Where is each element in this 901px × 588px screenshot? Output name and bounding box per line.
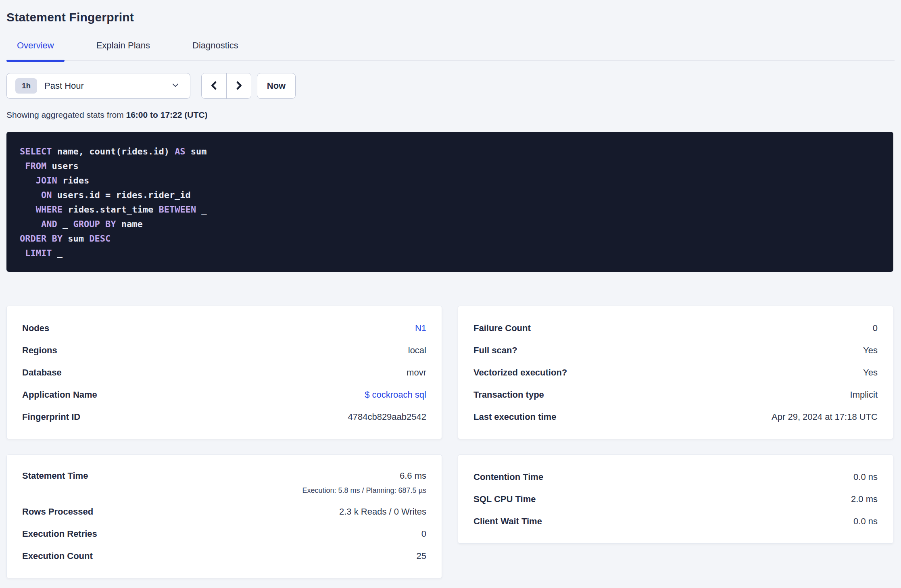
stat-value-wrap: Implicit [850,390,878,400]
stat-value-wrap: 2.3 k Reads / 0 Writes [339,507,426,517]
stat-label: Failure Count [473,323,531,334]
stat-label: Execution Retries [22,529,97,539]
caption-time-range: 16:00 to 17:22 (UTC) [126,110,208,119]
stat-label: Regions [22,345,57,356]
stat-value: Implicit [850,390,878,400]
stat-row-execution-count: Execution Count25 [22,545,426,567]
sql-text: sum [63,234,89,244]
sql-keyword: FROM [25,161,46,171]
sql-line: AND _ GROUP BY name [20,217,880,231]
sql-keyword: AS [175,146,186,156]
stat-row-sql-cpu-time: SQL CPU Time2.0 ms [473,488,878,510]
stat-value-link[interactable]: N1 [415,323,426,334]
stat-row-transaction-type: Transaction typeImplicit [473,384,878,406]
tab-overview[interactable]: Overview [6,40,65,60]
stat-label: Database [22,367,62,378]
stat-value-wrap: 0 [421,529,426,539]
sql-line: JOIN rides [20,173,880,188]
sql-text: rides.start_time [63,204,159,215]
time-interval-select[interactable]: 1h Past Hour [6,73,190,99]
summary-cards: NodesN1RegionslocalDatabasemovrApplicati… [6,306,895,578]
tab-explain-plans[interactable]: Explain Plans [86,40,161,60]
stat-value: 0.0 ns [853,516,878,527]
sql-text [20,204,36,215]
stat-row-full-scan: Full scan?Yes [473,339,878,361]
sql-keyword: ORDER BY [20,234,63,244]
sql-keyword: ON [41,190,52,200]
stat-value: Yes [863,367,878,378]
stat-value-wrap: Yes [863,367,878,378]
stat-value-wrap: movr [407,367,426,378]
sql-line: FROM users [20,159,880,173]
stat-row-fingerprint-id: Fingerprint ID4784cb829aab2542 [22,406,426,428]
tab-diagnostics[interactable]: Diagnostics [182,40,249,60]
sql-statement-box: SELECT name, count(rides.id) AS sum FROM… [6,132,893,272]
stat-label: Rows Processed [22,507,93,517]
stat-label: Fingerprint ID [22,412,80,422]
stat-label: Contention Time [473,472,543,482]
stat-label: Transaction type [473,390,544,400]
sql-text: sum [186,146,207,156]
sql-text [20,190,41,200]
stat-row-last-execution-time: Last execution timeApr 29, 2024 at 17:18… [473,406,878,428]
sql-text [20,219,41,229]
time-interval-badge: 1h [15,78,37,94]
sql-text: _ [52,248,63,258]
stat-value-wrap: local [408,345,426,356]
time-toolbar: 1h Past Hour Now [6,73,895,99]
prev-interval-button[interactable] [202,73,226,98]
sql-keyword: AND [41,219,57,229]
stat-row-execution-retries: Execution Retries0 [22,523,426,545]
caption-prefix: Showing aggregated stats from [6,110,126,119]
stat-value: Yes [863,345,878,356]
stat-row-application-name: Application Name$ cockroach sql [22,384,426,406]
tab-bar: OverviewExplain PlansDiagnostics [6,40,895,61]
aggregated-stats-caption: Showing aggregated stats from 16:00 to 1… [6,110,895,120]
stat-value-link[interactable]: $ cockroach sql [365,390,426,400]
statement-timing-card: Statement Time6.6 msExecution: 5.8 ms / … [6,455,442,578]
sql-keyword: GROUP BY [73,219,116,229]
stat-value-wrap: 0 [873,323,878,334]
stat-value: 0.0 ns [853,472,878,482]
stat-label: Full scan? [473,345,517,356]
statement-details-card: NodesN1RegionslocalDatabasemovrApplicati… [6,306,442,439]
stat-label: Nodes [22,323,49,334]
stat-value-wrap: $ cockroach sql [365,390,426,400]
sql-keyword: JOIN [36,175,57,186]
sql-line: ON users.id = rides.rider_id [20,188,880,202]
stat-value: Apr 29, 2024 at 17:18 UTC [772,412,878,422]
sql-keyword: SELECT [20,146,52,156]
sql-line: ORDER BY sum DESC [20,231,880,246]
chevron-right-icon [234,80,244,92]
stat-value: 2.0 ms [851,494,878,505]
stat-value-wrap: 4784cb829aab2542 [348,412,426,422]
stat-value: 4784cb829aab2542 [348,412,426,422]
stat-value: 0 [873,323,878,334]
stat-label: Execution Count [22,551,93,561]
sql-text: rides [57,175,89,186]
sql-keyword: BETWEEN [159,204,196,215]
sql-text [20,161,25,171]
sql-text: users [46,161,78,171]
stat-subvalue: Execution: 5.8 ms / Planning: 687.5 µs [302,486,426,495]
statement-fingerprint-page: Statement Fingerprint OverviewExplain Pl… [0,0,901,578]
stat-label: Application Name [22,390,97,400]
now-button[interactable]: Now [257,73,296,99]
stat-value-wrap: N1 [415,323,426,334]
sql-text [20,248,25,258]
stat-value-wrap: 25 [417,551,426,561]
stat-value: local [408,345,426,356]
stat-row-database: Databasemovr [22,361,426,384]
sql-keyword: LIMIT [25,248,52,258]
stat-value: 6.6 ms [302,466,426,486]
next-interval-button[interactable] [226,73,251,98]
stat-row-regions: Regionslocal [22,339,426,361]
stat-value-wrap: 0.0 ns [853,472,878,482]
stat-row-contention-time: Contention Time0.0 ns [473,466,878,488]
sql-text [20,175,36,186]
sql-keyword: WHERE [36,204,63,215]
stat-value-wrap: 2.0 ms [851,494,878,505]
interval-arrows [201,73,251,99]
stat-row-rows-processed: Rows Processed2.3 k Reads / 0 Writes [22,500,426,523]
stat-value-wrap: Apr 29, 2024 at 17:18 UTC [772,412,878,422]
